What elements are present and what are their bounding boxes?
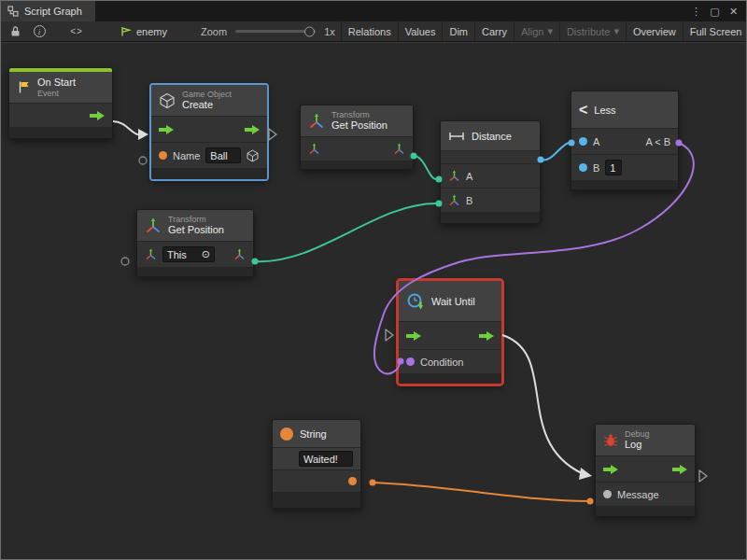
input-a-row: A	[441, 164, 540, 189]
node-category: Transform	[168, 215, 224, 224]
wire-arrowhead	[138, 129, 148, 140]
align-button[interactable]: Align▾	[514, 21, 559, 41]
string-port-dot[interactable]	[159, 151, 167, 160]
flow-port-row	[596, 456, 695, 483]
bool-port-dot[interactable]	[406, 357, 415, 366]
distribute-button[interactable]: Distribute▾	[559, 21, 626, 41]
node-get-position-1[interactable]: Transform Get Position	[300, 105, 414, 170]
node-footer	[9, 128, 112, 138]
node-footer	[571, 181, 678, 189]
info-icon[interactable]: i	[27, 22, 51, 41]
node-category: Debug	[625, 429, 650, 439]
node-footer	[441, 213, 540, 223]
node-title: On Start	[37, 77, 76, 89]
node-title: Log	[625, 439, 650, 451]
node-header: Debug Log	[596, 425, 695, 456]
flow-out-arrow-icon[interactable]	[245, 125, 260, 134]
zoom-slider[interactable]	[235, 30, 316, 33]
transform-axis-icon[interactable]	[448, 170, 460, 182]
flow-port-row	[399, 322, 501, 350]
flow-out-arrow-icon[interactable]	[479, 331, 494, 341]
node-string-literal[interactable]: String	[272, 419, 361, 509]
tab-script-graph[interactable]: Script Graph	[1, 1, 95, 21]
node-title: Wait Until	[431, 296, 475, 307]
transform-axis-icon[interactable]	[308, 143, 320, 155]
graph-toolbar: i <> enemy Zoom 1x Relations Values Dim …	[1, 21, 746, 42]
node-header: On Start Event	[9, 72, 112, 104]
float-port-dot[interactable]	[579, 137, 587, 146]
string-out-dot[interactable]	[348, 477, 357, 485]
node-wait-until[interactable]: Wait Until Condition	[398, 280, 502, 385]
node-title: Get Position	[168, 224, 224, 236]
close-icon[interactable]: ✕	[726, 4, 741, 20]
port-label: B	[593, 162, 599, 174]
transform-icon	[308, 113, 325, 130]
flow-in-arrow-icon[interactable]	[603, 465, 618, 474]
unconnected-flow-triangle	[269, 129, 276, 140]
flow-out-arrow-icon[interactable]	[672, 465, 687, 474]
target-picker-icon[interactable]: ⊙	[202, 248, 210, 260]
distance-icon	[448, 131, 465, 142]
node-title: Distance	[472, 131, 512, 142]
node-distance[interactable]: Distance A B	[440, 120, 541, 224]
node-title: Less	[594, 105, 615, 116]
cube-icon	[159, 92, 176, 109]
zoom-slider-handle[interactable]	[304, 26, 315, 36]
string-value-input[interactable]	[299, 451, 353, 467]
value-port-row: This ⊙	[137, 242, 253, 268]
name-port-row: Name	[151, 143, 267, 169]
maximize-icon[interactable]: ▢	[707, 4, 723, 20]
node-footer	[273, 493, 360, 508]
wire-getpos1-distance-a	[414, 156, 436, 179]
less-icon: <	[579, 103, 587, 118]
code-view-icon[interactable]: <>	[64, 22, 89, 41]
port-label: Message	[617, 489, 659, 500]
node-title: Get Position	[331, 119, 388, 132]
string-type-icon	[280, 427, 293, 441]
flow-in-arrow-icon[interactable]	[406, 331, 421, 341]
node-category: Transform	[331, 110, 388, 119]
node-create-game-object[interactable]: Game Object Create Name	[150, 84, 268, 180]
vector-out-axis-icon[interactable]	[233, 248, 246, 260]
unconnected-flow-triangle	[386, 329, 393, 341]
wire-string-log	[373, 483, 589, 501]
this-object-field[interactable]: This ⊙	[162, 246, 215, 262]
bug-icon	[603, 433, 618, 447]
wire-flow-start-create	[113, 121, 138, 134]
node-less[interactable]: < Less A A < B B	[571, 91, 679, 190]
input-a-row: A A < B	[571, 129, 678, 155]
relations-button[interactable]: Relations	[341, 21, 398, 41]
transform-axis-icon[interactable]	[145, 248, 157, 260]
fullscreen-button[interactable]: Full Screen	[683, 21, 747, 41]
dim-button[interactable]: Dim	[442, 21, 474, 41]
dropdown-arrow-icon: ▾	[613, 25, 619, 37]
node-footer	[137, 268, 253, 276]
message-port-dot[interactable]	[603, 490, 612, 498]
values-button[interactable]: Values	[398, 21, 443, 41]
overview-button[interactable]: Overview	[626, 21, 683, 41]
window-menu-icon[interactable]: ⋮	[688, 4, 704, 20]
zoom-label: Zoom	[201, 26, 227, 37]
graph-breadcrumb[interactable]: enemy	[120, 26, 167, 37]
transform-icon	[145, 217, 162, 234]
node-on-start-event[interactable]: On Start Event	[8, 67, 113, 139]
b-value-input[interactable]	[605, 160, 622, 175]
wire-distance-less-a	[541, 143, 569, 161]
game-object-picker-icon[interactable]	[247, 149, 259, 161]
node-debug-log[interactable]: Debug Log Message	[595, 424, 696, 517]
vector-out-axis-icon[interactable]	[393, 143, 405, 155]
condition-port-row: Condition	[399, 350, 501, 374]
node-subtitle: Event	[37, 89, 76, 98]
flow-out-arrow-icon[interactable]	[90, 111, 105, 120]
float-port-dot[interactable]	[579, 163, 587, 172]
node-get-position-2[interactable]: Transform Get Position This ⊙	[136, 209, 254, 277]
flow-in-arrow-icon[interactable]	[159, 125, 174, 134]
carry-button[interactable]: Carry	[474, 21, 514, 41]
name-input[interactable]	[205, 147, 241, 163]
node-title: String	[300, 428, 327, 440]
dropdown-arrow-icon: ▾	[547, 25, 553, 37]
port-label: A	[466, 171, 472, 182]
lock-icon[interactable]	[3, 22, 27, 41]
transform-axis-icon[interactable]	[448, 194, 460, 206]
graph-canvas[interactable]: On Start Event Game Object Creat	[1, 42, 746, 559]
